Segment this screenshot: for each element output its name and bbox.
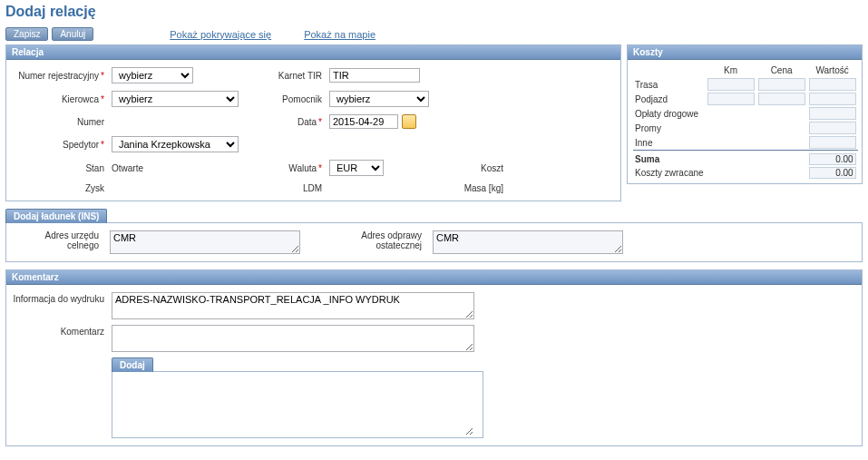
sum-label: Suma [633,151,706,167]
label-customs-office: Adres urzędu celnego [12,230,102,250]
trasa-km[interactable] [707,78,755,91]
podjazd-km[interactable] [707,93,755,105]
label-number: Numer [12,117,112,127]
row-podjazd-label: Podjazd [633,92,706,106]
add-comment-button[interactable]: Dodaj [112,357,153,372]
returned-value: 0.00 [809,167,856,179]
label-comment: Komentarz [12,325,112,337]
row-promy-label: Promy [633,121,706,135]
comment-header: Komentarz [6,270,862,285]
col-km: Km [706,64,756,77]
col-price: Cena [756,64,807,77]
costs-panel: Koszty Km Cena Wartość Trasa [627,44,863,184]
calendar-icon[interactable] [402,114,416,129]
label-reg-no: Numer rejestracyjny [12,71,112,81]
col-value: Wartość [807,64,858,77]
label-print-info: Informacja do wydruku [12,292,112,304]
label-date: Data [257,117,329,127]
label-status: Stan [12,163,112,173]
label-currency: Waluta [257,163,329,173]
karnet-input[interactable] [329,68,420,83]
currency-select[interactable]: EUR [329,160,384,176]
label-helper: Pomocnik [257,94,329,104]
show-on-map-link[interactable]: Pokaż na mapie [304,29,375,40]
toolbar: Zapisz Anuluj Pokaż pokrywające się Poka… [0,27,868,44]
add-cargo-tab[interactable]: Dodaj ładunek (INS) [5,209,107,223]
podjazd-value[interactable] [809,93,856,105]
label-customs-final: Adres odprawy ostatecznej [317,230,425,250]
podjazd-price[interactable] [758,93,805,105]
helper-select[interactable]: wybierz [329,91,429,107]
row-trasa-label: Trasa [633,77,706,92]
promy-value[interactable] [809,122,856,134]
costs-header: Koszty [628,45,862,60]
cancel-button[interactable]: Anuluj [52,27,93,41]
label-masa: Masa [kg] [438,183,511,193]
row-oplaty-label: Opłaty drogowe [633,106,706,121]
comment-list-box[interactable] [112,372,473,436]
label-profit: Zysk [12,183,112,193]
customs-office-input[interactable] [110,230,300,254]
reg-no-select[interactable]: wybierz [112,67,193,83]
costs-table: Km Cena Wartość Trasa Podjazd [633,64,858,180]
date-input[interactable] [329,114,398,129]
label-koszt: Koszt [438,163,511,173]
driver-select[interactable]: wybierz [112,91,239,107]
status-value: Otwarte [112,163,257,173]
returned-label: Koszty zwracane [633,166,706,180]
inne-value[interactable] [809,136,856,149]
label-driver: Kierowca [12,94,112,104]
comment-panel: Komentarz Informacja do wydruku Komentar… [5,269,863,446]
label-spedytor: Spedytor [12,140,112,150]
relation-panel: Relacja Numer rejestracyjny wybierz Karn… [5,44,621,201]
label-karnet: Karnet TIR [257,71,329,81]
print-info-input[interactable] [112,292,474,319]
relation-header: Relacja [6,45,620,60]
comment-input[interactable] [112,325,474,352]
label-ldm: LDM [257,183,329,193]
sum-value: 0.00 [809,153,856,165]
page-title: Dodaj relację [0,0,868,27]
trasa-price[interactable] [758,78,805,91]
row-inne-label: Inne [633,135,706,151]
show-overlapping-link[interactable]: Pokaż pokrywające się [170,29,271,40]
oplaty-value[interactable] [809,107,856,120]
trasa-value[interactable] [809,78,856,91]
spedytor-select[interactable]: Janina Krzepkowska [112,136,239,152]
save-button[interactable]: Zapisz [5,27,48,41]
customs-final-input[interactable] [433,230,623,254]
cargo-panel: Adres urzędu celnego Adres odprawy ostat… [5,222,863,262]
